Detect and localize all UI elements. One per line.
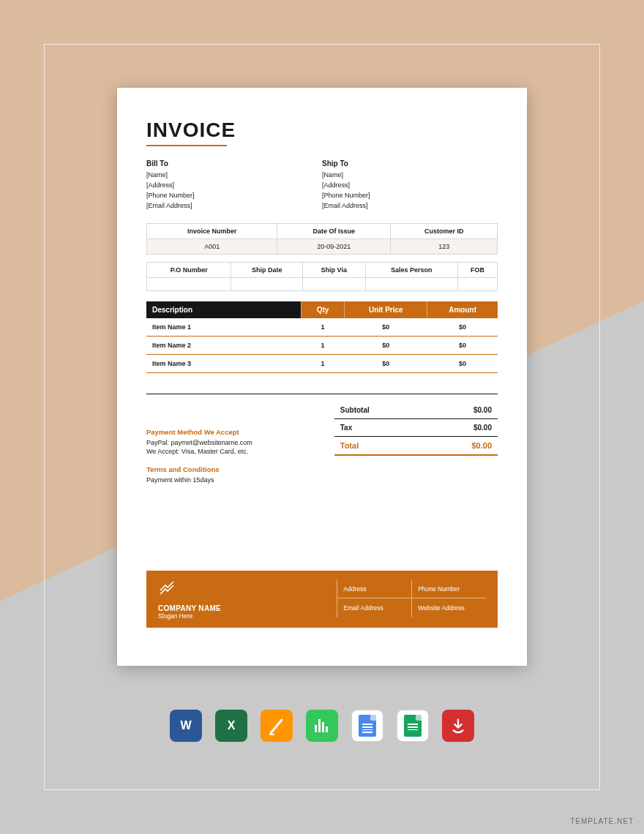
terms-heading: Terms and Conditions (146, 465, 334, 473)
item-desc: Item Name 3 (146, 354, 301, 372)
company-name: COMPANY NAME (158, 604, 337, 612)
bars-icon (315, 719, 329, 732)
payment-method-heading: Payment Method We Accept (146, 428, 334, 436)
po-number-label: P.O Number (147, 262, 231, 277)
fob-value (457, 277, 497, 290)
table-row: Item Name 1 1 $0 $0 (146, 318, 498, 337)
company-logo-icon (158, 579, 337, 598)
page-title: INVOICE (146, 119, 498, 142)
total-label: Total (334, 436, 426, 455)
sales-person-label: Sales Person (365, 262, 457, 277)
bill-to-email: [Email Address] (146, 201, 322, 211)
fob-label: FOB (457, 262, 497, 277)
ship-date-label: Ship Date (231, 262, 302, 277)
item-qty: 1 (301, 354, 345, 372)
item-qty: 1 (301, 318, 345, 337)
meta-invoice-number-value: A001 (147, 238, 277, 254)
total-value: $0.00 (426, 436, 498, 455)
col-amount: Amount (427, 301, 498, 318)
col-qty: Qty (301, 301, 345, 318)
ship-to-email: [Email Address] (322, 201, 498, 211)
format-icons-row: W X (170, 710, 474, 742)
google-docs-icon[interactable] (351, 710, 383, 742)
footer-website-label: Website Address (411, 598, 486, 617)
items-separator (146, 394, 498, 394)
below-items: Payment Method We Accept PayPal: paymet@… (146, 402, 498, 485)
payment-terms-block: Payment Method We Accept PayPal: paymet@… (146, 402, 334, 485)
meta-invoice-number-label: Invoice Number (147, 223, 277, 238)
word-icon[interactable]: W (170, 710, 202, 742)
item-unit: $0 (345, 318, 427, 337)
meta-customer-id-value: 123 (391, 238, 498, 254)
footer-email-label: Email Address (337, 598, 411, 617)
title-underline (146, 145, 227, 146)
ship-via-value (302, 277, 365, 290)
item-amount: $0 (427, 336, 498, 354)
company-footer: COMPANY NAME Slogan Here Address Phone N… (146, 571, 498, 628)
item-qty: 1 (301, 336, 345, 354)
numbers-icon[interactable] (306, 710, 338, 742)
bill-to-address: [Address] (146, 181, 322, 191)
po-number-value (147, 277, 231, 290)
pages-icon[interactable] (261, 710, 293, 742)
terms-text: Payment within 15days (146, 476, 334, 485)
subtotal-value: $0.00 (426, 402, 498, 419)
line-items-table: Description Qty Unit Price Amount Item N… (146, 301, 498, 373)
col-description: Description (146, 301, 301, 318)
address-columns: Bill To [Name] [Address] [Phone Number] … (146, 159, 498, 211)
pdf-icon[interactable] (442, 710, 474, 742)
ship-via-label: Ship Via (302, 262, 365, 277)
doc-file-icon (359, 715, 376, 737)
payment-line2: We Accept: Visa, Master Card, etc. (146, 447, 334, 457)
payment-line1: PayPal: paymet@websitename.com (146, 438, 334, 448)
ship-to-phone: [Phone Number] (322, 191, 498, 201)
excel-icon[interactable]: X (215, 710, 247, 742)
subtotal-label: Subtotal (334, 402, 426, 419)
bill-to-block: Bill To [Name] [Address] [Phone Number] … (146, 159, 322, 211)
watermark-text: TEMPLATE.NET (570, 817, 634, 825)
google-sheets-icon[interactable] (397, 710, 429, 742)
table-row: Item Name 2 1 $0 $0 (146, 336, 498, 354)
tax-value: $0.00 (426, 418, 498, 436)
meta-customer-id-label: Customer ID (391, 223, 498, 238)
col-unit-price: Unit Price (345, 301, 427, 318)
item-amount: $0 (427, 354, 498, 372)
invoice-document: INVOICE Bill To [Name] [Address] [Phone … (117, 88, 527, 666)
table-row: Item Name 3 1 $0 $0 (146, 354, 498, 372)
ship-date-value (231, 277, 302, 290)
item-unit: $0 (345, 336, 427, 354)
tax-label: Tax (334, 418, 426, 436)
footer-phone-label: Phone Number (411, 579, 486, 598)
sales-person-value (365, 277, 457, 290)
totals-table: Subtotal $0.00 Tax $0.00 Total $0.00 (334, 402, 498, 456)
sheet-file-icon (404, 715, 422, 737)
ship-to-label: Ship To (322, 159, 498, 168)
ship-to-address: [Address] (322, 181, 498, 191)
shipping-meta-table: P.O Number Ship Date Ship Via Sales Pers… (146, 262, 498, 291)
bill-to-name: [Name] (146, 170, 322, 181)
totals-block: Subtotal $0.00 Tax $0.00 Total $0.00 (334, 402, 498, 485)
ship-to-name: [Name] (322, 170, 498, 181)
item-unit: $0 (345, 354, 427, 372)
meta-date-label: Date Of Issue (277, 223, 391, 238)
bill-to-label: Bill To (146, 159, 322, 168)
invoice-meta-table: Invoice Number Date Of Issue Customer ID… (146, 223, 498, 255)
item-amount: $0 (427, 318, 498, 337)
item-desc: Item Name 2 (146, 336, 301, 354)
ship-to-block: Ship To [Name] [Address] [Phone Number] … (322, 159, 498, 211)
footer-address-label: Address (337, 579, 411, 598)
item-desc: Item Name 1 (146, 318, 301, 337)
bill-to-phone: [Phone Number] (146, 191, 322, 201)
company-slogan: Slogan Here (158, 612, 337, 620)
meta-date-value: 20-09-2021 (277, 238, 391, 254)
